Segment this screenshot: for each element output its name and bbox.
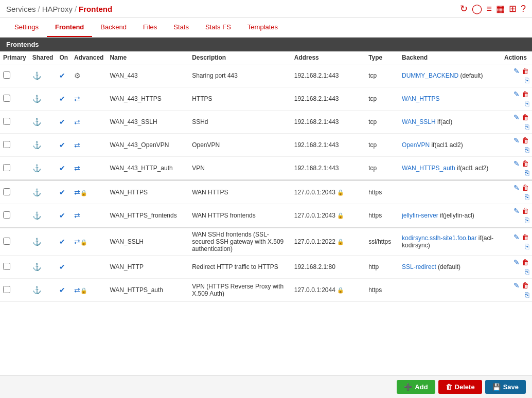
actions-cell: ✎🗑⎘ (501, 111, 532, 134)
backend-link[interactable]: kodirsync.sslh-site1.foo.bar (402, 234, 476, 242)
tab-templates[interactable]: Templates (239, 18, 286, 37)
chart-icon[interactable]: ▦ (496, 3, 505, 14)
copy-icon[interactable]: ⎘ (525, 169, 529, 177)
delete-icon[interactable]: 🗑 (522, 67, 529, 75)
primary-checkbox[interactable] (3, 263, 10, 270)
tab-stats[interactable]: Stats (165, 18, 197, 37)
shuffle-icon[interactable]: ⇄ (74, 118, 80, 126)
help-icon[interactable]: ? (521, 4, 526, 14)
breadcrumb-haproxy[interactable]: HAProxy (42, 5, 73, 13)
edit-icon[interactable]: ✎ (513, 281, 520, 290)
copy-icon[interactable]: ⎘ (525, 291, 529, 299)
copy-icon[interactable]: ⎘ (525, 242, 529, 250)
primary-checkbox[interactable] (3, 71, 10, 79)
table-row: ⚓✔⇄🔒WAN_HTTPS_authVPN (HTTPS Reverse Pro… (0, 279, 532, 302)
shared-anchor-icon: ⚓ (32, 263, 41, 271)
tab-files[interactable]: Files (135, 18, 165, 37)
backend-link[interactable]: OpenVPN (402, 141, 430, 149)
copy-icon[interactable]: ⎘ (525, 99, 529, 107)
primary-checkbox[interactable] (3, 118, 10, 125)
primary-checkbox[interactable] (3, 141, 10, 148)
address-lock-icon: 🔒 (335, 287, 344, 293)
shuffle-icon[interactable]: ⇄ (74, 164, 80, 172)
copy-icon[interactable]: ⎘ (525, 76, 529, 84)
copy-icon[interactable]: ⎘ (525, 193, 529, 201)
refresh-icon[interactable]: ↻ (460, 3, 468, 14)
shuffle-icon[interactable]: ⇄ (74, 286, 80, 294)
primary-checkbox[interactable] (3, 211, 10, 219)
frontend-backend: WAN_HTTPS_auth if(acl1 acl2) (399, 157, 501, 180)
tabs-bar: Settings Frontend Backend Files Stats St… (0, 18, 532, 38)
shared-anchor-icon: ⚓ (32, 286, 41, 294)
primary-checkbox[interactable] (3, 164, 10, 171)
col-header-description: Description (189, 51, 291, 64)
backend-link[interactable]: SSL-redirect (402, 263, 436, 270)
copy-icon[interactable]: ⎘ (525, 122, 529, 131)
primary-checkbox[interactable] (3, 238, 10, 245)
primary-checkbox[interactable] (3, 188, 10, 195)
tab-stats-fs[interactable]: Stats FS (197, 18, 239, 37)
sliders-icon[interactable]: ≡ (486, 4, 492, 14)
frontend-description: Sharing port 443 (189, 64, 291, 87)
backend-link[interactable]: jellyfin-server (402, 212, 438, 219)
shuffle-icon[interactable]: ⇄ (74, 238, 80, 246)
tab-backend[interactable]: Backend (92, 18, 135, 37)
backend-link[interactable]: WAN_SSLH (402, 118, 436, 125)
backend-suffix: (default) (436, 263, 460, 270)
col-header-shared: Shared (29, 51, 57, 64)
backend-link[interactable]: WAN_HTTPS (402, 95, 440, 102)
frontend-name: WAN_443_OpenVPN (107, 134, 189, 157)
frontend-description: OpenVPN (189, 134, 291, 157)
frontend-name: WAN_443 (107, 64, 189, 87)
delete-icon[interactable]: 🗑 (522, 207, 529, 215)
frontend-address: 192.168.2.1:443 (291, 87, 365, 111)
on-check-icon: ✔ (59, 164, 65, 172)
breadcrumb-services[interactable]: Services (6, 5, 36, 13)
grid-icon[interactable]: ⊞ (509, 3, 517, 14)
delete-icon[interactable]: 🗑 (522, 184, 529, 192)
primary-checkbox[interactable] (3, 95, 10, 102)
delete-icon[interactable]: 🗑 (522, 233, 529, 241)
copy-icon[interactable]: ⎘ (525, 216, 529, 224)
copy-icon[interactable]: ⎘ (525, 267, 529, 276)
edit-icon[interactable]: ✎ (513, 136, 520, 144)
col-header-on: On (56, 51, 71, 64)
address-lock-icon: 🔒 (335, 212, 344, 219)
delete-icon[interactable]: 🗑 (522, 113, 529, 121)
edit-icon[interactable]: ✎ (513, 113, 520, 121)
frontend-name: WAN_HTTPS (107, 180, 189, 204)
edit-icon[interactable]: ✎ (513, 159, 520, 168)
frontend-name: WAN_SSLH (107, 228, 189, 256)
gear-icon[interactable]: ⚙ (74, 71, 81, 80)
backend-link[interactable]: WAN_HTTPS_auth (402, 165, 455, 172)
col-header-address: Address (291, 51, 365, 64)
edit-icon[interactable]: ✎ (513, 258, 520, 266)
edit-icon[interactable]: ✎ (513, 67, 520, 75)
shuffle-icon[interactable]: ⇄ (74, 188, 80, 196)
edit-icon[interactable]: ✎ (513, 184, 520, 192)
delete-icon[interactable]: 🗑 (522, 159, 529, 168)
shared-anchor-icon: ⚓ (32, 95, 41, 103)
backend-link[interactable]: DUMMY_BACKEND (402, 72, 458, 79)
delete-icon[interactable]: 🗑 (522, 136, 529, 144)
table-row: ⚓✔⇄WAN_443_HTTPSHTTPS192.168.2.1:443tcpW… (0, 87, 532, 111)
delete-icon[interactable]: 🗑 (522, 281, 529, 290)
circle-icon[interactable]: ◯ (472, 3, 482, 14)
edit-icon[interactable]: ✎ (513, 207, 520, 215)
delete-icon[interactable]: 🗑 (522, 258, 529, 266)
edit-icon[interactable]: ✎ (513, 90, 520, 98)
shuffle-icon[interactable]: ⇄ (74, 211, 80, 220)
shuffle-icon[interactable]: ⇄ (74, 95, 80, 103)
tab-frontend[interactable]: Frontend (47, 18, 92, 37)
frontend-address: 127.0.0.1:2043 🔒 (291, 180, 365, 204)
primary-checkbox[interactable] (3, 286, 10, 293)
frontend-backend: SSL-redirect (default) (399, 256, 501, 279)
copy-icon[interactable]: ⎘ (525, 146, 529, 154)
table-row: ⚓✔⇄🔒WAN_SSLHWAN SSHd frontends (SSL-secu… (0, 228, 532, 256)
delete-icon[interactable]: 🗑 (522, 90, 529, 98)
edit-icon[interactable]: ✎ (513, 233, 520, 241)
on-check-icon: ✔ (59, 263, 65, 271)
shuffle-icon[interactable]: ⇄ (74, 141, 80, 149)
tab-settings[interactable]: Settings (6, 18, 47, 37)
frontend-description: WAN SSHd frontends (SSL-secured SSH gate… (189, 228, 291, 256)
